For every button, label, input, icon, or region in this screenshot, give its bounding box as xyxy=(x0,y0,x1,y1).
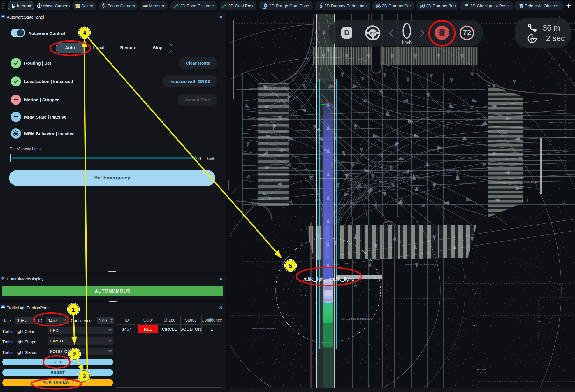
svg-text:referrer:1453,1454,1450: referrer:1453,1454,1450 xyxy=(249,180,273,183)
svg-text:traffic_light_ (traffic_light): traffic_light_ (traffic_light) xyxy=(302,277,354,282)
svg-text:0.0°: 0.0° xyxy=(370,31,376,35)
svg-text:618: 618 xyxy=(503,132,507,134)
svg-text:referrer:1448,1447,_44: referrer:1448,1447,_44 xyxy=(549,121,572,124)
svg-text:referrer:1455,1454,1453: referrer:1455,1454,1453 xyxy=(252,327,276,330)
svg-text:619: 619 xyxy=(398,241,402,243)
svg-text:referrer:1455,1454,145: referrer:1455,1454,145 xyxy=(516,181,539,183)
svg-text:referrer:1441,1442,1440,1439,1: referrer:1441,1442,1440,1439,1437 xyxy=(405,263,439,266)
